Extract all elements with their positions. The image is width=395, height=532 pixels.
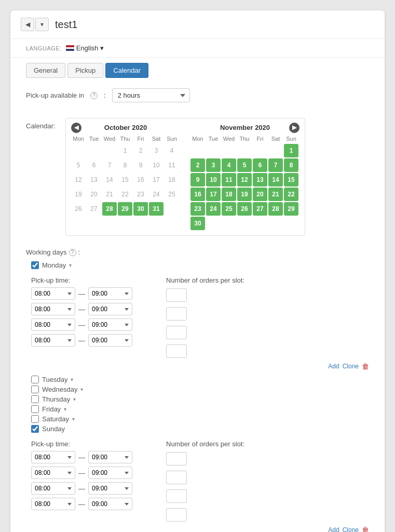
nov-day-28[interactable]: 28 xyxy=(268,202,283,216)
oct-day-7[interactable]: 7 xyxy=(102,158,117,172)
nov-day-10[interactable]: 10 xyxy=(206,173,221,187)
nov-day-15[interactable]: 15 xyxy=(284,173,298,187)
sunday-slot1-end[interactable]: 09:00 xyxy=(88,451,132,463)
friday-arrow[interactable]: ▾ xyxy=(64,406,66,412)
oct-day-2[interactable]: 2 xyxy=(133,144,148,157)
oct-day-19[interactable]: 19 xyxy=(71,188,86,201)
nov-day-26[interactable]: 26 xyxy=(237,202,252,216)
sunday-orders-2[interactable] xyxy=(166,471,187,484)
oct-day-14[interactable]: 14 xyxy=(102,173,117,187)
saturday-checkbox[interactable] xyxy=(31,415,39,423)
nov-day-21[interactable]: 21 xyxy=(268,188,283,201)
nov-day-3[interactable]: 3 xyxy=(206,158,221,172)
nov-day-30[interactable]: 30 xyxy=(190,217,205,230)
sunday-clone-button[interactable]: Clone xyxy=(343,526,359,532)
monday-slot1-end[interactable]: 09:0010:00 xyxy=(88,287,132,300)
monday-slot4-start[interactable]: 08:00 xyxy=(31,334,75,347)
sunday-checkbox[interactable] xyxy=(31,425,39,433)
tab-calendar[interactable]: Calendar xyxy=(105,63,148,78)
dropdown-button[interactable]: ▾ xyxy=(35,18,49,31)
oct-day-1[interactable]: 1 xyxy=(118,144,132,157)
pickup-help-icon[interactable]: ? xyxy=(90,92,98,99)
nov-day-18[interactable]: 18 xyxy=(222,188,236,201)
wednesday-checkbox[interactable] xyxy=(31,385,39,393)
sunday-slot3-end[interactable]: 09:00 xyxy=(88,482,132,495)
nov-day-16[interactable]: 16 xyxy=(190,188,205,201)
oct-day-9[interactable]: 9 xyxy=(133,158,148,172)
thursday-checkbox[interactable] xyxy=(31,395,39,403)
tab-general[interactable]: General xyxy=(26,63,65,78)
oct-day-26[interactable]: 26 xyxy=(71,202,86,216)
oct-day-23[interactable]: 23 xyxy=(133,188,148,201)
oct-day-18[interactable]: 18 xyxy=(165,173,179,187)
oct-day-30[interactable]: 30 xyxy=(133,202,148,216)
sunday-orders-3[interactable] xyxy=(166,489,187,503)
monday-arrow[interactable]: ▾ xyxy=(69,262,72,268)
monday-orders-3[interactable] xyxy=(166,326,187,339)
oct-day-10[interactable]: 10 xyxy=(149,158,164,172)
thursday-arrow[interactable]: ▾ xyxy=(73,396,76,402)
oct-day-21[interactable]: 21 xyxy=(102,188,117,201)
sunday-slot2-end[interactable]: 09:00 xyxy=(88,467,132,479)
monday-orders-1[interactable] xyxy=(166,288,187,302)
nov-day-5[interactable]: 5 xyxy=(237,158,252,172)
nov-day-7[interactable]: 7 xyxy=(268,158,283,172)
calendar-prev-button[interactable]: ◀ xyxy=(71,123,81,133)
nov-day-29[interactable]: 29 xyxy=(284,202,298,216)
oct-day-15[interactable]: 15 xyxy=(118,173,132,187)
monday-slot4-end[interactable]: 09:00 xyxy=(88,334,132,347)
oct-day-5[interactable]: 5 xyxy=(71,158,86,172)
working-days-help-icon[interactable]: ? xyxy=(69,249,76,256)
tab-pickup[interactable]: Pickup xyxy=(67,63,103,78)
oct-day-4[interactable]: 4 xyxy=(165,144,179,157)
oct-day-20[interactable]: 20 xyxy=(87,188,101,201)
nov-day-11[interactable]: 11 xyxy=(222,173,236,187)
nov-day-14[interactable]: 14 xyxy=(268,173,283,187)
monday-slot2-end[interactable]: 09:00 xyxy=(88,303,132,315)
monday-clone-button[interactable]: Clone xyxy=(343,363,359,370)
nov-day-25[interactable]: 25 xyxy=(222,202,236,216)
tuesday-checkbox[interactable] xyxy=(31,376,39,383)
oct-day-31[interactable]: 31 xyxy=(149,202,164,216)
nov-day-12[interactable]: 12 xyxy=(237,173,252,187)
sunday-slot1-start[interactable]: 08:00 xyxy=(31,451,75,463)
nov-day-2[interactable]: 2 xyxy=(190,158,205,172)
nov-day-4[interactable]: 4 xyxy=(222,158,236,172)
oct-day-22[interactable]: 22 xyxy=(118,188,132,201)
sunday-delete-icon[interactable]: 🗑 xyxy=(362,526,369,532)
monday-slot3-end[interactable]: 09:00 xyxy=(88,318,132,331)
oct-day-24[interactable]: 24 xyxy=(149,188,164,201)
nov-day-19[interactable]: 19 xyxy=(237,188,252,201)
sunday-slot2-start[interactable]: 08:00 xyxy=(31,467,75,479)
sunday-slot4-start[interactable]: 08:00 xyxy=(31,498,75,510)
tuesday-arrow[interactable]: ▾ xyxy=(71,377,73,382)
nov-day-22[interactable]: 22 xyxy=(284,188,298,201)
monday-add-button[interactable]: Add xyxy=(328,363,339,370)
calendar-next-button[interactable]: ▶ xyxy=(289,123,299,133)
wednesday-arrow[interactable]: ▾ xyxy=(80,387,83,392)
nov-day-1[interactable]: 1 xyxy=(284,144,298,157)
monday-slot2-start[interactable]: 08:00 xyxy=(31,303,75,315)
oct-day-3[interactable]: 3 xyxy=(149,144,164,157)
oct-day-25[interactable]: 25 xyxy=(165,188,179,201)
nov-day-20[interactable]: 20 xyxy=(253,188,267,201)
oct-day-13[interactable]: 13 xyxy=(87,173,101,187)
oct-day-27[interactable]: 27 xyxy=(87,202,101,216)
nov-day-6[interactable]: 6 xyxy=(253,158,267,172)
nov-day-9[interactable]: 9 xyxy=(190,173,205,187)
back-button[interactable]: ◀ xyxy=(21,18,34,31)
oct-day-11[interactable]: 11 xyxy=(165,158,179,172)
nov-day-23[interactable]: 23 xyxy=(190,202,205,216)
nov-day-17[interactable]: 17 xyxy=(206,188,221,201)
oct-day-17[interactable]: 17 xyxy=(149,173,164,187)
sunday-slot4-end[interactable]: 09:00 xyxy=(88,498,132,510)
oct-day-29[interactable]: 29 xyxy=(118,202,132,216)
oct-day-28[interactable]: 28 xyxy=(102,202,117,216)
saturday-arrow[interactable]: ▾ xyxy=(72,416,75,422)
oct-day-16[interactable]: 16 xyxy=(133,173,148,187)
sunday-orders-4[interactable] xyxy=(166,508,187,522)
oct-day-12[interactable]: 12 xyxy=(71,173,86,187)
sunday-add-button[interactable]: Add xyxy=(328,526,339,532)
nov-day-27[interactable]: 27 xyxy=(253,202,267,216)
oct-day-6[interactable]: 6 xyxy=(87,158,101,172)
